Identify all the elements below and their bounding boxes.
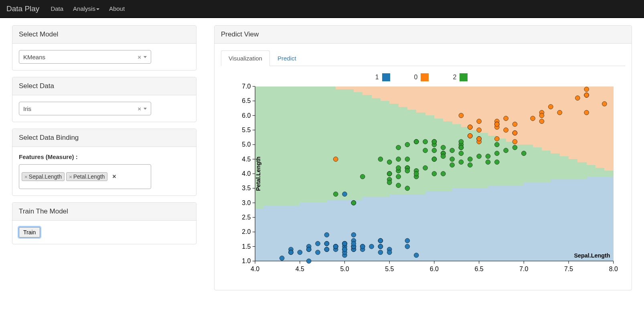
nav-link-data[interactable]: Data — [51, 5, 63, 12]
svg-rect-66 — [479, 188, 488, 261]
svg-rect-2 — [264, 206, 273, 261]
svg-text:3.0: 3.0 — [242, 199, 251, 206]
svg-point-183 — [324, 233, 329, 238]
svg-rect-88 — [542, 151, 551, 183]
svg-text:Petal.Length: Petal.Length — [255, 157, 261, 191]
svg-point-252 — [414, 171, 419, 176]
svg-point-249 — [387, 171, 392, 176]
svg-point-239 — [405, 186, 410, 191]
svg-text:4.5: 4.5 — [296, 266, 304, 272]
svg-rect-110 — [604, 87, 614, 171]
svg-rect-87 — [542, 183, 551, 261]
svg-rect-100 — [577, 162, 587, 180]
model-select[interactable]: KMeans × — [19, 50, 151, 64]
svg-rect-54 — [443, 191, 452, 261]
svg-point-236 — [504, 148, 508, 153]
svg-rect-9 — [291, 87, 300, 206]
svg-point-202 — [342, 241, 347, 246]
chevron-down-icon — [144, 56, 147, 58]
svg-point-209 — [342, 192, 347, 197]
svg-rect-108 — [604, 177, 614, 261]
svg-point-181 — [306, 259, 311, 264]
legend-item[interactable]: 2 — [453, 73, 468, 81]
svg-rect-5 — [273, 87, 282, 206]
features-multiselect[interactable]: × Sepal.Length × Petal.Length × — [19, 164, 151, 189]
tab-visualization[interactable]: Visualization — [221, 50, 270, 66]
legend-label: 2 — [453, 74, 456, 81]
svg-rect-109 — [604, 171, 614, 177]
tab-predict[interactable]: Predict — [270, 50, 304, 66]
svg-text:7.0: 7.0 — [519, 266, 528, 272]
remove-token-icon[interactable]: × — [24, 174, 28, 180]
svg-point-295 — [602, 101, 607, 106]
svg-rect-92 — [551, 87, 560, 153]
svg-text:Sepal.Length: Sepal.Length — [574, 252, 610, 259]
legend-item[interactable]: 0 — [414, 73, 429, 81]
svg-point-231 — [441, 171, 446, 176]
feature-token-label: Petal.Length — [73, 173, 105, 180]
svg-point-179 — [378, 238, 383, 243]
nav-link-analysis[interactable]: Analysis — [73, 5, 99, 12]
svg-point-303 — [494, 137, 499, 141]
svg-point-246 — [494, 151, 499, 156]
svg-rect-16 — [327, 200, 336, 261]
legend-item[interactable]: 1 — [375, 73, 390, 81]
svg-rect-72 — [497, 185, 506, 261]
model-select-value: KMeans — [23, 54, 45, 60]
svg-point-257 — [351, 201, 356, 205]
clear-icon[interactable]: × — [138, 54, 141, 60]
svg-point-256 — [450, 163, 455, 167]
clear-icon[interactable]: × — [138, 105, 141, 112]
svg-point-195 — [387, 250, 392, 255]
panel-title: Select Data — [12, 77, 196, 95]
svg-rect-62 — [461, 87, 470, 127]
svg-point-221 — [423, 165, 428, 170]
svg-rect-24 — [354, 200, 363, 261]
svg-point-200 — [298, 250, 302, 255]
svg-rect-38 — [389, 87, 399, 104]
svg-rect-106 — [595, 168, 605, 177]
remove-token-icon[interactable]: × — [69, 174, 72, 180]
svg-point-264 — [432, 148, 437, 153]
svg-rect-42 — [407, 194, 417, 261]
clear-all-icon[interactable]: × — [112, 173, 116, 180]
svg-rect-26 — [354, 87, 363, 93]
svg-point-212 — [468, 157, 472, 162]
brand[interactable]: Data Play — [6, 4, 39, 13]
svg-rect-45 — [416, 194, 425, 261]
svg-point-205 — [351, 241, 356, 246]
svg-text:6.0: 6.0 — [242, 112, 251, 119]
svg-point-175 — [378, 250, 383, 255]
svg-point-300 — [512, 139, 517, 144]
svg-point-263 — [423, 139, 428, 144]
svg-rect-35 — [381, 87, 390, 101]
svg-text:6.5: 6.5 — [242, 97, 251, 104]
svg-point-266 — [459, 145, 464, 150]
svg-point-226 — [396, 157, 401, 162]
svg-rect-11 — [300, 87, 309, 203]
data-select[interactable]: Iris × — [19, 102, 151, 115]
nav-link-label: Analysis — [73, 5, 95, 12]
svg-rect-95 — [560, 87, 569, 156]
panel-select-data: Select Data Iris × — [12, 77, 196, 122]
svg-point-172 — [279, 256, 284, 261]
svg-rect-58 — [452, 124, 462, 188]
panel-select-model: Select Model KMeans × — [12, 25, 196, 70]
svg-point-244 — [378, 157, 383, 162]
svg-point-287 — [584, 87, 589, 92]
svg-rect-99 — [577, 179, 587, 261]
svg-rect-15 — [318, 87, 327, 203]
svg-point-268 — [441, 145, 446, 150]
svg-rect-28 — [363, 95, 372, 197]
svg-point-250 — [387, 160, 392, 165]
nav-link-about[interactable]: About — [109, 5, 125, 12]
train-button[interactable]: Train — [19, 227, 40, 238]
svg-rect-80 — [515, 87, 524, 145]
svg-rect-51 — [434, 191, 444, 261]
svg-point-262 — [450, 148, 455, 153]
svg-text:2.0: 2.0 — [242, 228, 251, 235]
svg-point-253 — [396, 165, 401, 170]
svg-point-219 — [486, 154, 490, 159]
svg-rect-103 — [587, 165, 596, 177]
panel-train: Train The Model Train — [12, 202, 196, 244]
